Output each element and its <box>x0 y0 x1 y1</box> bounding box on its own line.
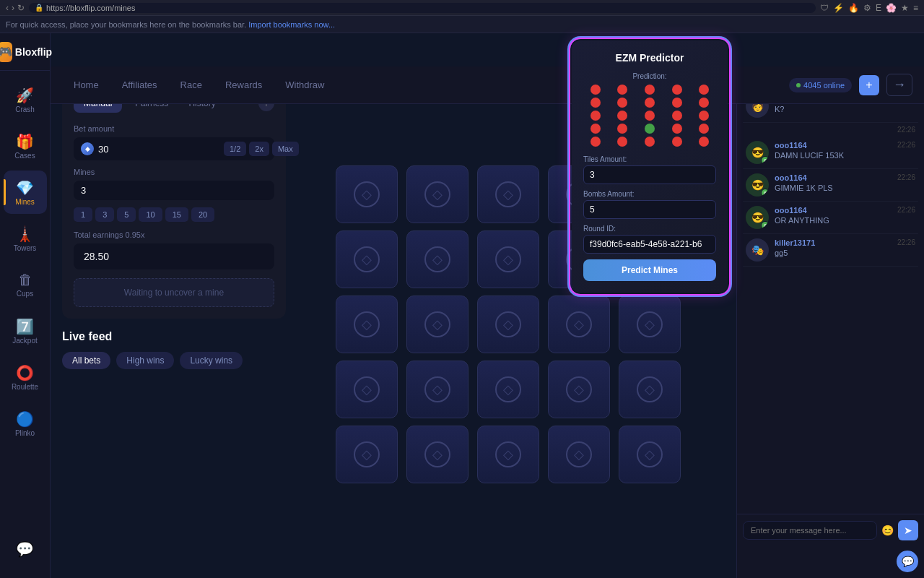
ext6-icon[interactable]: 🌸 <box>886 3 897 13</box>
back-icon[interactable]: ‹ <box>6 3 9 13</box>
support-button[interactable]: 💬 <box>897 551 918 572</box>
ext4-icon[interactable]: ⚙ <box>863 3 871 13</box>
chat-message-input[interactable] <box>743 521 877 540</box>
grid-cell-4-4[interactable]: ◇ <box>619 426 681 483</box>
add-funds-button[interactable]: + <box>859 75 879 95</box>
chat-emoji-button[interactable]: 😊 <box>881 525 894 536</box>
menu-icon[interactable]: ≡ <box>913 3 918 13</box>
browser-url-bar[interactable]: 🔒 https://bloxflip.com/mines <box>29 3 816 13</box>
msg-text-3: OR ANYTHING <box>775 216 915 225</box>
grid-cell-2-2[interactable]: ◇ <box>477 296 539 353</box>
mines-btn-1[interactable]: 1 <box>74 207 92 222</box>
browser-nav-icons[interactable]: ‹ › ↻ <box>6 3 25 13</box>
feed-tab-lucky[interactable]: Lucky wins <box>180 352 243 369</box>
prediction-dot-grid <box>583 85 716 147</box>
grid-cell-1-1[interactable]: ◇ <box>406 230 468 288</box>
sidebar-item-mines[interactable]: 💎 Mines <box>4 171 47 214</box>
ext5-icon[interactable]: E <box>876 3 881 13</box>
grid-cell-2-3[interactable]: ◇ <box>548 296 610 353</box>
grid-cell-4-1[interactable]: ◇ <box>406 426 468 483</box>
nav-race[interactable]: Race <box>169 74 214 96</box>
nav-rewards[interactable]: Rewards <box>214 74 274 96</box>
mines-input[interactable] <box>81 185 267 196</box>
mines-btn-5[interactable]: 5 <box>117 207 136 222</box>
feed-tab-all[interactable]: All bets <box>62 352 110 369</box>
nav-withdraw[interactable]: Withdraw <box>274 74 336 96</box>
sidebar-item-crash[interactable]: 🚀 Crash <box>4 78 47 121</box>
nav-home[interactable]: Home <box>62 74 110 96</box>
cell-icon: ◇ <box>424 311 450 337</box>
chat-send-button[interactable]: ➤ <box>898 520 918 540</box>
cups-icon: 🗑 <box>18 272 32 288</box>
grid-cell-3-3[interactable]: ◇ <box>548 361 610 418</box>
grid-cell-3-1[interactable]: ◇ <box>406 361 468 418</box>
half-button[interactable]: 1/2 <box>224 142 246 156</box>
ext2-icon[interactable]: ⚡ <box>833 3 844 13</box>
pred-dot-3-3 <box>672 124 682 134</box>
game-content: Manual Fairness History ? Bet amount ◆ 1… <box>51 71 924 578</box>
cell-icon: ◇ <box>637 441 663 467</box>
sidebar-item-roulette[interactable]: ⭕ Roulette <box>4 355 47 399</box>
sidebar-item-discord[interactable]: 💬 <box>4 527 47 571</box>
logo[interactable]: 🎮 Bloxflip <box>0 33 50 71</box>
grid-cell-4-2[interactable]: ◇ <box>477 426 539 483</box>
predict-mines-button[interactable]: Predict Mines <box>583 259 716 281</box>
forward-icon[interactable]: › <box>12 3 14 13</box>
refresh-icon[interactable]: ↻ <box>17 3 25 13</box>
bet-amount-input[interactable] <box>98 144 219 155</box>
grid-cell-2-0[interactable]: ◇ <box>336 296 398 353</box>
msg-text-4: gg5 <box>775 249 915 257</box>
grid-cell-2-4[interactable]: ◇ <box>619 296 681 353</box>
sidebar-item-jackpot[interactable]: 7️⃣ Jackpot <box>4 309 47 353</box>
ezm-predictor-overlay: EZM Predictor Prediction: <box>570 71 729 294</box>
grid-cell-4-0[interactable]: ◇ <box>336 426 398 483</box>
tiles-amount-input[interactable] <box>583 165 716 184</box>
avatar-badge-3: 6 <box>761 221 769 229</box>
ext7-icon[interactable]: ★ <box>901 3 909 13</box>
bombs-amount-input[interactable] <box>583 200 716 219</box>
import-bookmarks-link[interactable]: Import bookmarks now... <box>248 20 335 29</box>
pred-dot-1-2 <box>645 98 655 108</box>
double-button[interactable]: 2x <box>249 142 269 156</box>
crash-icon: 🚀 <box>16 87 34 104</box>
mines-btn-10[interactable]: 10 <box>139 207 162 222</box>
sidebar-item-cases[interactable]: 🎁 Cases <box>4 124 47 168</box>
grid-cell-3-4[interactable]: ◇ <box>619 361 681 418</box>
cell-icon: ◇ <box>495 376 521 402</box>
control-panel: Manual Fairness History ? Bet amount ◆ 1… <box>62 82 286 319</box>
sidebar-item-towers[interactable]: 🗼 Towers <box>4 217 47 260</box>
mines-btn-20[interactable]: 20 <box>191 207 214 222</box>
feed-tab-high[interactable]: High wins <box>116 352 174 369</box>
ext3-icon[interactable]: 🔥 <box>848 3 859 13</box>
grid-cell-0-0[interactable]: ◇ <box>336 165 398 223</box>
round-id-input[interactable] <box>583 235 716 254</box>
grid-cell-0-1[interactable]: ◇ <box>406 165 468 223</box>
grid-cell-0-2[interactable]: ◇ <box>477 165 539 223</box>
grid-cell-1-0[interactable]: ◇ <box>336 230 398 288</box>
pred-dot-0-2 <box>645 85 655 95</box>
cell-icon: ◇ <box>424 441 450 467</box>
cell-icon: ◇ <box>354 376 380 402</box>
ext1-icon[interactable]: 🛡 <box>820 3 829 13</box>
mines-btn-15[interactable]: 15 <box>165 207 188 222</box>
chat-input-area: 😊 ➤ <box>737 514 924 546</box>
grid-cell-3-2[interactable]: ◇ <box>477 361 539 418</box>
grid-cell-1-2[interactable]: ◇ <box>477 230 539 288</box>
nav-affiliates[interactable]: Affiliates <box>110 74 169 96</box>
logo-icon: 🎮 <box>0 42 12 62</box>
sidebar-item-cups[interactable]: 🗑 Cups <box>4 263 47 306</box>
grid-cell-2-1[interactable]: ◇ <box>406 296 468 353</box>
grid-cell-3-0[interactable]: ◇ <box>336 361 398 418</box>
cell-icon: ◇ <box>566 441 592 467</box>
grid-cell-4-3[interactable]: ◇ <box>548 426 610 483</box>
earnings-label: Total earnings 0.95x <box>74 230 274 239</box>
sidebar-item-plinko[interactable]: 🔵 Plinko <box>4 402 47 445</box>
pred-dot-1-3 <box>672 98 682 108</box>
roulette-icon: ⭕ <box>16 364 34 381</box>
signin-button[interactable]: → <box>886 74 912 96</box>
pred-dot-0-1 <box>617 85 627 95</box>
chat-messages: 22:25 🧑 gerdergagarer 22:26 K? <box>737 71 924 514</box>
sidebar-label-plinko: Plinko <box>15 429 35 437</box>
msg-text-0: K? <box>775 105 915 113</box>
mines-btn-3[interactable]: 3 <box>95 207 114 222</box>
